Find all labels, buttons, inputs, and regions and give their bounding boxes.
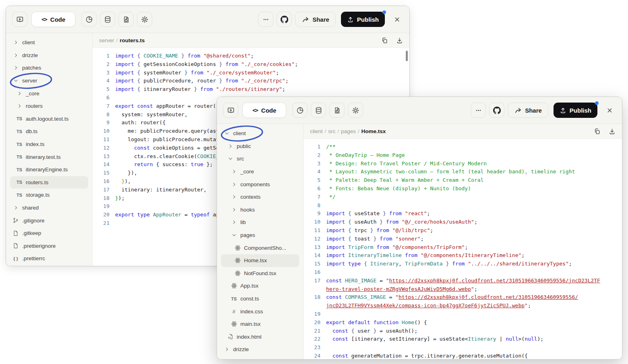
line-number: 14 (304, 251, 326, 260)
download-file-button[interactable] (396, 37, 403, 44)
tree-item-drizzle[interactable]: drizzle (10, 49, 88, 62)
line-number: 6 (93, 94, 115, 102)
tree-item-componentsho-[interactable]: ComponentSho... (221, 241, 299, 254)
tree-item-auth-logout-test-ts[interactable]: TSauth.logout.test.ts (10, 113, 88, 125)
tree-item-routers[interactable]: routers (10, 100, 88, 113)
tree-item-label: App.tsx (240, 283, 258, 289)
tree-item-main-tsx[interactable]: main.tsx (221, 318, 299, 331)
analytics-button[interactable] (81, 12, 97, 27)
code-tab-label: Code (261, 107, 277, 114)
tree-item-routers-ts[interactable]: TSrouters.ts (10, 176, 88, 189)
line-number: 18 (93, 194, 115, 203)
tree-item--gitkeep[interactable]: .gitkeep (10, 227, 88, 240)
tree-item--gitignore[interactable]: .gitignore (10, 214, 88, 227)
breadcrumb-dir[interactable]: pages (341, 128, 356, 134)
tree-item-client[interactable]: client (10, 36, 88, 49)
more-options-button[interactable] (258, 12, 273, 27)
code-line: 3import { systemRouter } from "./_core/s… (93, 69, 409, 77)
line-number: 7 (93, 102, 115, 111)
tree-item--core[interactable]: _core (10, 87, 88, 100)
tree-item-notfound-tsx[interactable]: NotFound.tsx (221, 267, 299, 280)
tree-item-src[interactable]: src (221, 152, 299, 165)
chevron-down-icon (13, 78, 19, 83)
download-file-button[interactable] (609, 128, 616, 135)
github-button[interactable] (489, 103, 504, 118)
close-button[interactable] (390, 13, 403, 26)
chevron-right-icon (17, 91, 22, 96)
line-number: 4 (93, 77, 115, 85)
publish-button[interactable]: Publish (341, 12, 385, 27)
breadcrumb: server/routers.ts (99, 37, 145, 43)
tree-item-lib[interactable]: lib (221, 216, 299, 229)
chevron-down-icon (228, 156, 233, 161)
tree-item-label: index.ts (26, 141, 45, 147)
breadcrumb-dir[interactable]: client (310, 128, 323, 134)
settings-button[interactable] (137, 12, 152, 27)
typescript-file-icon: TS (231, 296, 237, 301)
copy-file-button[interactable] (381, 37, 388, 44)
tree-item-shared[interactable]: shared (10, 202, 88, 214)
analytics-button[interactable] (292, 103, 308, 118)
scrollbar[interactable] (406, 51, 408, 61)
tree-item-server[interactable]: server (10, 74, 88, 87)
tree-item-itinerary-test-ts[interactable]: TSitinerary.test.ts (10, 150, 88, 163)
download-icon (396, 37, 403, 44)
chevron-down-icon (224, 131, 229, 136)
tree-item-const-ts[interactable]: TSconst.ts (221, 292, 299, 305)
breadcrumb-dir[interactable]: server (99, 37, 114, 43)
publish-button[interactable]: Publish (554, 103, 597, 118)
tree-item-patches[interactable]: patches (10, 62, 88, 74)
line-number (304, 302, 326, 310)
close-button[interactable] (603, 104, 616, 117)
tree-item-app-tsx[interactable]: App.tsx (221, 280, 299, 292)
line-number: 9 (304, 210, 326, 218)
file-icon (13, 230, 19, 236)
breadcrumb-separator: / (114, 37, 120, 43)
tree-item-label: db.ts (26, 128, 37, 134)
code-tab-button[interactable]: <> Code (242, 103, 286, 118)
preview-button[interactable] (223, 103, 238, 118)
tree-item-home-tsx[interactable]: Home.tsx (221, 254, 299, 267)
tree-item-public[interactable]: public (221, 140, 299, 153)
tree-item-storage-ts[interactable]: TSstorage.ts (10, 189, 88, 202)
tree-item-itineraryengine-ts[interactable]: TSitineraryEngine.ts (10, 163, 88, 176)
tree-item--prettierrc[interactable]: { }.prettierrc (10, 252, 88, 265)
tree-item-drizzle[interactable]: drizzle (221, 343, 299, 356)
chevron-right-icon (231, 194, 237, 199)
line-number: 16 (304, 268, 326, 277)
database-button[interactable] (311, 103, 326, 118)
tree-item-client[interactable]: client (221, 127, 299, 140)
tree-item-components[interactable]: components (221, 178, 299, 191)
code-tab-button[interactable]: <> Code (31, 12, 75, 27)
tree-item-db-ts[interactable]: TSdb.ts (10, 125, 88, 138)
breadcrumb: client/src/pages/Home.tsx (310, 128, 386, 134)
line-number: 7 (304, 193, 326, 202)
code-editor[interactable]: 1/**2 * OneDayTrip — Home Page3 * Design… (304, 139, 622, 359)
secrets-button[interactable] (329, 103, 345, 118)
share-button[interactable]: Share (295, 12, 336, 27)
line-number: 16 (93, 177, 115, 186)
tree-item--core[interactable]: _core (221, 165, 299, 178)
git-branch-icon (13, 218, 19, 223)
copy-file-button[interactable] (594, 128, 601, 135)
close-icon (394, 16, 401, 23)
tree-item-pages[interactable]: pages (221, 229, 299, 242)
chevron-right-icon (13, 53, 19, 58)
tree-item--prettierignore[interactable]: .prettierignore (10, 240, 88, 253)
preview-button[interactable] (12, 12, 27, 27)
tree-item-hooks[interactable]: hooks (221, 204, 299, 216)
settings-button[interactable] (348, 103, 363, 118)
tree-item-index-html[interactable]: index.html (221, 331, 299, 343)
secrets-button[interactable] (118, 12, 134, 27)
upload-icon (347, 16, 354, 23)
share-button[interactable]: Share (508, 103, 548, 118)
typescript-file-icon: TS (17, 116, 22, 121)
breadcrumb-dir[interactable]: src (328, 128, 335, 134)
tree-item-contexts[interactable]: contexts (221, 191, 299, 204)
more-options-button[interactable] (471, 103, 486, 118)
tree-item-index-css[interactable]: #index.css (221, 305, 299, 318)
github-button[interactable] (277, 12, 292, 27)
tree-item-index-ts[interactable]: TSindex.ts (10, 138, 88, 151)
database-button[interactable] (100, 12, 115, 27)
code-line: 6 * Fonts: Bebas Neue (display) + Nunito… (304, 185, 622, 193)
